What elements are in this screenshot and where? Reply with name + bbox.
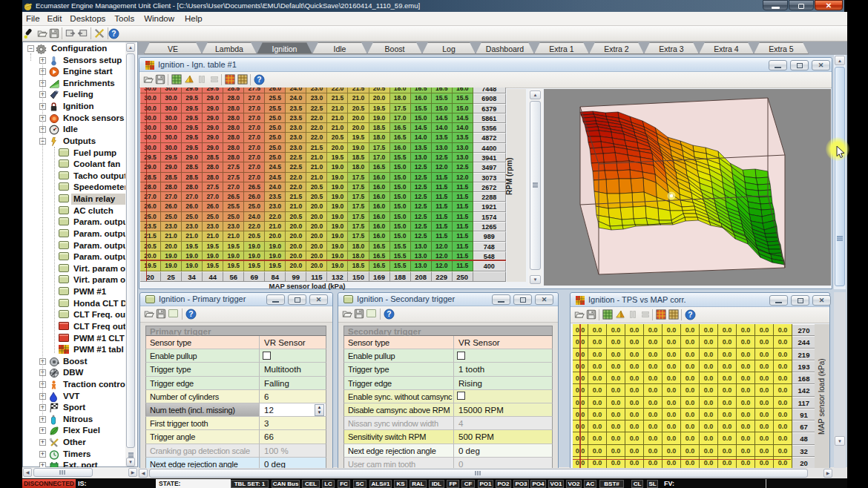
svg-text:?: ?: [111, 30, 116, 38]
svg-text:?: ?: [257, 76, 261, 84]
svg-text:?: ?: [688, 311, 692, 319]
svg-text:?: ?: [387, 310, 391, 318]
svg-text:?: ?: [188, 310, 193, 318]
